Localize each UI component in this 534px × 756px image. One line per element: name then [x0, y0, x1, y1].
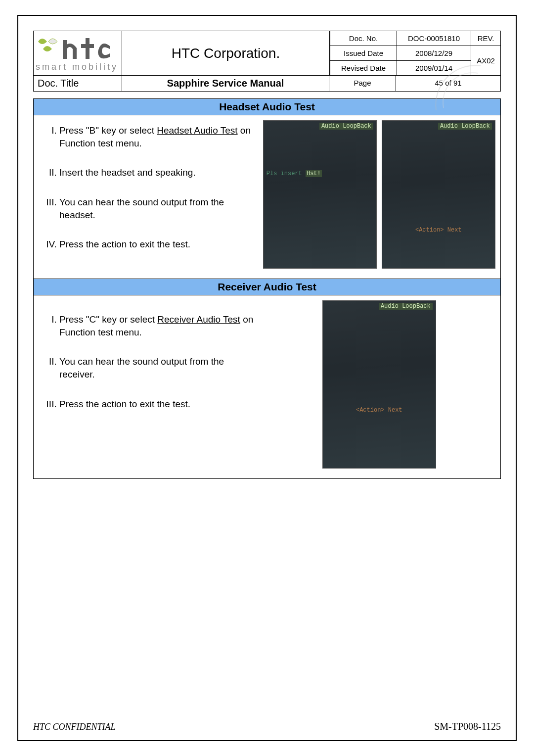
revised-date-label: Revised Date [330, 61, 397, 76]
headset-section-body: Press "B" key or select Headset Audio Te… [34, 115, 500, 279]
step-text: Press "C" key or select [59, 314, 157, 325]
screen-title: Audio LoopBack [379, 303, 433, 310]
logo-cell: smart mobility [33, 31, 122, 76]
step-link-text: Receiver Audio Test [157, 314, 240, 325]
doc-no-value: DOC-00051810 [397, 31, 471, 46]
footer-confidential: HTC CONFIDENTIAL [33, 722, 116, 732]
phone-screenshot: Audio LoopBack <Action> Next [322, 300, 436, 469]
phone-screenshot: Audio LoopBack <Action> Next [382, 120, 495, 269]
headset-section-heading: Headset Audio Test [34, 99, 500, 115]
headset-screenshots: Audio LoopBack Pls insert Hst! Audio Loo… [263, 120, 495, 269]
screen-action-text: <Action> Next [415, 227, 462, 234]
screen-action-text: <Action> Next [356, 407, 402, 414]
receiver-step-1: Press "C" key or select Receiver Audio T… [59, 313, 258, 338]
step-link-text: Headset Audio Test [157, 125, 237, 136]
htc-logo-icon [36, 34, 120, 64]
doc-title-label: Doc. Title [33, 76, 122, 92]
page-label: Page [329, 76, 396, 92]
screen-mid-pre: Pls insert [267, 170, 306, 177]
receiver-section-heading: Receiver Audio Test [34, 279, 500, 295]
receiver-steps: Press "C" key or select Receiver Audio T… [39, 300, 258, 469]
meta-table: Doc. No. DOC-00051810 REV. Issued Date 2… [330, 31, 501, 76]
screen-mid-text: Pls insert Hst! [267, 170, 322, 177]
issued-date-label: Issued Date [330, 46, 397, 61]
revised-date-value: 2009/01/14 [397, 61, 471, 76]
headset-step-4: Press the action to exit the test. [59, 238, 258, 251]
screen-title: Audio LoopBack [438, 123, 492, 130]
corporation-name: HTC Corporation. [122, 31, 330, 76]
title-row: Doc. Title Sapphire Service Manual Page … [33, 76, 501, 92]
doc-title-value: Sapphire Service Manual [122, 76, 329, 92]
page-frame: smart mobility HTC Corporation. Doc. No.… [17, 15, 517, 741]
headset-steps: Press "B" key or select Headset Audio Te… [39, 120, 258, 269]
screen-mid-hl: Hst! [306, 170, 322, 177]
receiver-step-2: You can hear the sound output from the r… [59, 355, 258, 380]
step-text: Press "B" key or select [59, 125, 157, 136]
header-row: smart mobility HTC Corporation. Doc. No.… [33, 31, 501, 76]
headset-step-2: Insert the headset and speaking. [59, 166, 258, 179]
footer-doc-code: SM-TP008-1125 [434, 721, 501, 732]
screen-title: Audio LoopBack [319, 123, 373, 130]
receiver-screenshots: Audio LoopBack <Action> Next [263, 300, 495, 469]
rev-value: AX02 [471, 46, 501, 76]
headset-step-3: You can hear the sound output from the h… [59, 196, 258, 221]
page-value-text: 45 of 91 [435, 79, 461, 87]
rev-label: REV. [471, 31, 501, 46]
logo-tagline: smart mobility [36, 62, 118, 72]
page-value: 45 of 91 [396, 76, 501, 92]
receiver-section-body: Press "C" key or select Receiver Audio T… [34, 295, 500, 478]
content-box: Headset Audio Test Press "B" key or sele… [33, 98, 501, 479]
doc-no-label: Doc. No. [330, 31, 397, 46]
svg-rect-2 [86, 38, 89, 59]
phone-screenshot: Audio LoopBack Pls insert Hst! [263, 120, 377, 269]
issued-date-value: 2008/12/29 [397, 46, 471, 61]
receiver-step-3: Press the action to exit the test. [59, 398, 258, 411]
headset-step-1: Press "B" key or select Headset Audio Te… [59, 124, 258, 149]
